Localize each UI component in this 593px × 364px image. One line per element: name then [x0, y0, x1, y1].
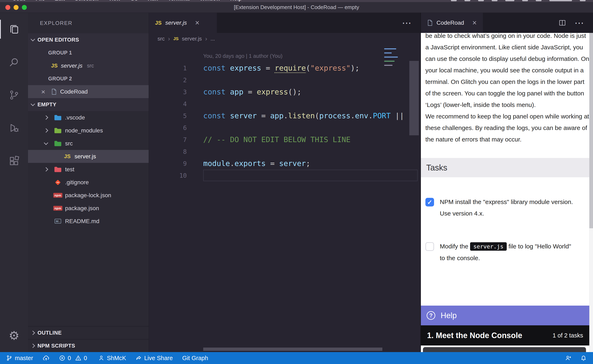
- task-checkbox-checked[interactable]: [425, 198, 434, 207]
- minimap[interactable]: [384, 46, 402, 67]
- breadcrumb-file[interactable]: server.js: [182, 36, 202, 42]
- code-line[interactable]: 8: [149, 146, 420, 157]
- window-titlebar[interactable]: [Extension Development Host] - CodeRoad …: [0, 2, 593, 13]
- live-share-contacts-button[interactable]: [565, 355, 572, 361]
- menu-go[interactable]: Go: [130, 0, 138, 2]
- breadcrumb-more[interactable]: ...: [210, 36, 215, 42]
- code-editor[interactable]: You, 20 days ago | 1 author (You) 1const…: [149, 45, 420, 352]
- lesson-paragraph: be able to check what’s going on in your…: [425, 33, 589, 111]
- tree-item-package-lock[interactable]: npm package-lock.json: [28, 189, 149, 202]
- line-number: 8: [149, 148, 187, 155]
- git-graph-status[interactable]: Git Graph: [182, 355, 208, 362]
- activitybar-search[interactable]: [0, 46, 28, 78]
- close-tab-icon[interactable]: ×: [472, 19, 477, 26]
- activitybar-spacer: [0, 177, 28, 319]
- webview-scrollbar[interactable]: [589, 33, 593, 352]
- close-editor-icon[interactable]: ×: [41, 88, 45, 95]
- split-editor-icon[interactable]: [558, 19, 566, 27]
- tree-item-node-modules[interactable]: node_modules: [28, 124, 149, 137]
- code-line[interactable]: 5const server = app.listen(process.env.P…: [149, 110, 420, 122]
- code-line[interactable]: 1const express = require("express");: [149, 62, 420, 74]
- menu-file[interactable]: File: [36, 0, 45, 2]
- coderoad-user-status[interactable]: ShMcK: [98, 355, 126, 362]
- help-bar[interactable]: ? Help: [421, 306, 589, 325]
- workspace-section-header[interactable]: EMPTY: [28, 98, 149, 111]
- panel-more-actions-icon[interactable]: ⋯: [574, 20, 584, 25]
- search-icon: [8, 57, 20, 68]
- code-line[interactable]: 10: [149, 169, 420, 181]
- menu-view[interactable]: View: [108, 0, 121, 2]
- menu-edit[interactable]: Edit: [55, 0, 65, 2]
- activitybar-extensions[interactable]: [0, 144, 28, 177]
- tree-item-package-json[interactable]: npm package.json: [28, 202, 149, 215]
- activitybar-source-control[interactable]: [0, 78, 28, 111]
- folder-icon: [53, 114, 62, 121]
- menu-window[interactable]: Window: [200, 0, 220, 2]
- js-file-icon: JS: [51, 63, 58, 69]
- status-bar: master 0 0 ShMcK: [0, 352, 593, 364]
- tree-item-src[interactable]: src: [28, 137, 149, 150]
- folder-icon: [53, 127, 62, 134]
- tree-item-readme[interactable]: M↓ README.md: [28, 215, 149, 228]
- editor-group-1-header[interactable]: GROUP 1: [28, 46, 149, 59]
- tab-serverjs[interactable]: JS server.js ×: [149, 13, 217, 33]
- line-number: 2: [149, 77, 187, 84]
- editor-tabbar: JS server.js × ⋯: [149, 13, 420, 33]
- source-control-icon: [8, 90, 20, 101]
- npm-scripts-section-header[interactable]: NPM SCRIPTS: [28, 339, 149, 352]
- scrollbar-thumb[interactable]: [589, 33, 593, 228]
- code-line[interactable]: 4: [149, 98, 420, 110]
- tab-coderoad[interactable]: CodeRoad ×: [421, 13, 483, 33]
- editor-group-2-header[interactable]: GROUP 2: [28, 72, 149, 85]
- coderoad-tab-actions: ⋯: [558, 13, 593, 33]
- menu-code[interactable]: Code: [12, 0, 26, 2]
- outline-section-header[interactable]: OUTLINE: [28, 326, 149, 339]
- settings-gear-button[interactable]: ⚙: [0, 319, 28, 352]
- tasks-header: Tasks: [421, 158, 593, 177]
- tree-item-gitignore[interactable]: .gitignore: [28, 176, 149, 189]
- line-number: 5: [149, 112, 187, 119]
- tree-item-test[interactable]: test: [28, 163, 149, 176]
- git-branch-status[interactable]: master: [6, 355, 33, 362]
- workbench: ⚙ EXPLORER OPEN EDITORS GROUP 1 JS serve…: [0, 13, 593, 352]
- editor-vertical-scrollbar[interactable]: [409, 61, 419, 135]
- tree-item-serverjs[interactable]: JS server.js: [28, 150, 149, 163]
- line-number: 10: [149, 172, 187, 179]
- task-checkbox-unchecked[interactable]: [425, 242, 434, 251]
- code-line[interactable]: 3const app = express();: [149, 86, 420, 98]
- live-share-status[interactable]: Live Share: [135, 355, 173, 362]
- activitybar-explorer[interactable]: [0, 13, 28, 46]
- activitybar-run-debug[interactable]: [0, 111, 28, 144]
- problems-status[interactable]: 0 0: [59, 355, 89, 362]
- fullscreen-window-button[interactable]: [22, 5, 27, 10]
- editor-more-actions-icon[interactable]: ⋯: [402, 20, 411, 25]
- lesson-footer[interactable]: 1. Meet the Node Console 1 of 2 tasks: [421, 325, 589, 345]
- menu-help[interactable]: Help: [230, 0, 242, 2]
- menu-terminal[interactable]: Terminal: [168, 0, 190, 2]
- breadcrumb-folder[interactable]: src: [158, 36, 165, 42]
- menu-run[interactable]: Run: [148, 0, 158, 2]
- code-line[interactable]: 2: [149, 74, 420, 86]
- code-line[interactable]: 7// -- DO NOT EDIT BELOW THIS LINE: [149, 134, 420, 146]
- menu-selection[interactable]: Selection: [75, 0, 99, 2]
- code-line[interactable]: 6: [149, 122, 420, 134]
- code-lines: 1const express = require("express");23co…: [149, 62, 420, 181]
- publish-sync-status[interactable]: [43, 355, 50, 362]
- window-title: [Extension Development Host] - CodeRoad …: [234, 4, 359, 11]
- document-icon: [51, 88, 57, 95]
- branch-icon: [6, 355, 12, 361]
- folder-icon: [53, 166, 62, 173]
- open-editor-serverjs[interactable]: JS server.js src: [28, 59, 149, 72]
- notifications-button[interactable]: [580, 355, 587, 361]
- folder-icon: [53, 140, 62, 147]
- file-tree: .vscode node_modules src: [28, 111, 149, 228]
- sidebar-title: EXPLORER: [28, 13, 149, 33]
- open-editor-coderoad[interactable]: × CodeRoad: [28, 85, 149, 98]
- open-editors-header[interactable]: OPEN EDITORS: [28, 33, 149, 46]
- editor-horizontal-scrollbar[interactable]: [203, 348, 382, 351]
- tree-item-vscode[interactable]: .vscode: [28, 111, 149, 124]
- minimize-window-button[interactable]: [13, 5, 19, 10]
- close-tab-icon[interactable]: ×: [195, 19, 200, 26]
- close-window-button[interactable]: [5, 5, 10, 10]
- code-line[interactable]: 9module.exports = server;: [149, 157, 420, 169]
